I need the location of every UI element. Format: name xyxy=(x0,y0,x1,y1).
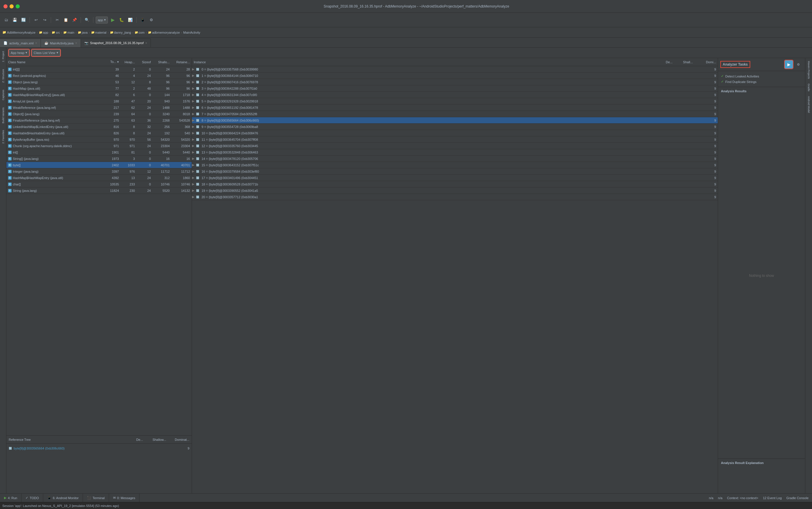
instance-row-2[interactable]: ▶🔢2 = {byte[9]@3003607416 (0xb30769789 xyxy=(192,79,718,85)
bc-item-adbmem[interactable]: adbmemoryanalyze xyxy=(152,31,180,34)
bc-item-main[interactable]: main xyxy=(67,31,74,34)
th-class-name[interactable]: Class Name xyxy=(6,60,103,64)
table-row[interactable]: CString (java.lang)1182423024552014132 xyxy=(6,188,192,194)
action-detect-leaks[interactable]: ✓ Detect Leaked Activities xyxy=(721,73,802,79)
toolbar-btn-cut[interactable]: ✂ xyxy=(53,16,61,24)
th-heap[interactable]: Heap... xyxy=(121,60,137,64)
bc-item-material[interactable]: material xyxy=(95,31,106,34)
table-row[interactable]: CLinkedHashMap$LinkedEntry (java.util)81… xyxy=(6,124,192,130)
status-tab-todo[interactable]: ✓ TODO xyxy=(22,494,43,502)
action-find-duplicates[interactable]: ✓ Find Duplicate Strings xyxy=(721,79,802,84)
analyzer-run-button[interactable]: ▶ xyxy=(785,60,793,68)
table-row[interactable]: CObject (java.lang)531289696 xyxy=(6,79,192,85)
table-row[interactable]: CHashMap$HashMapEntry[] (java.util)82601… xyxy=(6,92,192,98)
rsb-android-model[interactable]: Android Model xyxy=(807,94,811,115)
close-icon3[interactable]: × xyxy=(145,41,147,45)
app-dropdown[interactable]: app ▾ xyxy=(96,16,108,24)
ref-tree-row[interactable]: 🔢 byte[9]@3003565664 (0xb306c660) 9 xyxy=(9,445,189,452)
instance-row-5[interactable]: ▶🔢5 = {byte[9]@3003291928 (0xb30299189 xyxy=(192,98,718,104)
bc-item-src[interactable]: src xyxy=(56,31,60,34)
table-row[interactable]: CString[] (java.lang)1973301616 xyxy=(6,156,192,162)
th-sizeof[interactable]: Sizeof xyxy=(137,60,152,64)
close-btn[interactable] xyxy=(3,4,7,8)
instance-row-8-selected[interactable]: ▶🔢8 = {byte[9]@3003565664 (0xb306c660)9 xyxy=(192,117,718,124)
heap-dropdown[interactable]: App heap ▾ xyxy=(9,49,29,56)
instance-row-6[interactable]: ▶🔢6 = {byte[9]@3003651192 (0xb30814789 xyxy=(192,104,718,111)
instance-row-15[interactable]: ▶🔢15 = {byte[9]@3003643152 (0xb307f51c9 xyxy=(192,162,718,168)
instance-row-3[interactable]: ▶🔢3 = {byte[9]@3003642288 (0xb307f1b09 xyxy=(192,85,718,92)
sidebar-item-structure[interactable]: Z: Structure xyxy=(1,67,5,85)
tab-mainactivity-java[interactable]: ☕ MainActivity.java × xyxy=(41,39,81,47)
toolbar-btn-settings[interactable]: ⚙ xyxy=(148,16,155,24)
table-row[interactable]: CHashMap$HashMapEntry (java.util)4392132… xyxy=(6,175,192,181)
table-row[interactable]: CObject[] (java.lang)23964032408018 xyxy=(6,111,192,117)
analyzer-gear-button[interactable]: ⚙ xyxy=(795,61,802,68)
instance-row-16[interactable]: ▶🔢16 = {byte[9]@3003379584 (0xb303ef809 xyxy=(192,168,718,175)
rsb-gradle[interactable]: Gradle xyxy=(807,82,811,93)
table-row[interactable]: CHashMap (java.util)772489696 xyxy=(6,85,192,92)
toolbar-btn-copy[interactable]: 📋 xyxy=(62,16,70,24)
table-row[interactable]: CByteArrayBuffer (java.nio)9709705654320… xyxy=(6,136,192,143)
instance-row-19[interactable]: ▶🔢19 = {byte[9]@3003390552 (0xb3041a59 xyxy=(192,188,718,194)
instance-row-18[interactable]: ▶🔢18 = {byte[9]@3003609528 (0xb30771b9 xyxy=(192,181,718,188)
th-retained[interactable]: Retaine... xyxy=(172,60,192,64)
toolbar-btn-save[interactable]: 💾 xyxy=(11,16,19,24)
toolbar-btn-paste[interactable]: 📌 xyxy=(71,16,78,24)
table-row[interactable]: Cint[][]39202428 xyxy=(6,66,192,73)
th-total[interactable]: To... ▾ xyxy=(103,60,121,64)
view-dropdown[interactable]: Class List View ▾ xyxy=(32,49,60,56)
bc-item-com[interactable]: com xyxy=(139,31,145,34)
table-row[interactable]: CHashtable$HashtableEntry (java.util)826… xyxy=(6,130,192,136)
bc-item-danny[interactable]: danny_jiang xyxy=(114,31,131,34)
table-row[interactable]: CInteger (java.lang)3397976121171211712 xyxy=(6,168,192,175)
toolbar-btn-sync[interactable]: 🔄 xyxy=(20,16,27,24)
toolbar-btn-project[interactable]: 🗂 xyxy=(2,16,10,24)
bc-item-java[interactable]: java xyxy=(82,31,87,34)
instance-row-13[interactable]: ▶🔢13 = {byte[9]@3003532848 (0xb3064639 xyxy=(192,149,718,156)
toolbar-btn-sdk[interactable]: 📱 xyxy=(139,16,146,24)
status-tab-android-monitor[interactable]: 📱 6: Android Monitor xyxy=(43,494,83,502)
instance-row-0[interactable]: ▶🔢0 = {byte[9]@3003357568 (0xb30399809 xyxy=(192,66,718,73)
table-row[interactable]: CFinalizerReference (java.lang.ref)27563… xyxy=(6,117,192,124)
maximize-btn[interactable] xyxy=(16,4,20,8)
bc-item-adb[interactable]: AdbMemoryAnalyze xyxy=(7,31,35,34)
table-row[interactable]: CRect (android.graphics)464249696 xyxy=(6,73,192,79)
toolbar-debug-btn[interactable]: 🐛 xyxy=(118,16,125,24)
table-row-byte-selected[interactable]: Cbyte[]2402103304070140701 xyxy=(6,162,192,168)
bc-item-app[interactable]: app xyxy=(43,31,48,34)
th-shallow[interactable]: Shallo... xyxy=(152,60,172,64)
sidebar-item-captures[interactable]: Captures xyxy=(1,87,5,103)
table-row[interactable]: CWeakReference (java.lang.ref)2176224148… xyxy=(6,104,192,111)
toolbar-btn-undo[interactable]: ↩ xyxy=(32,16,40,24)
instance-row-7[interactable]: ▶🔢7 = {byte[9]@3003470584 (0xb30552f89 xyxy=(192,111,718,117)
tab-snapshot-hprof[interactable]: 📷 Snapshot_2016.08.09_16.16.35.hprof × xyxy=(81,39,151,47)
toolbar-btn-redo[interactable]: ↪ xyxy=(41,16,48,24)
instance-row-10[interactable]: ▶🔢10 = {byte[9]@3003664224 (0xb3084769 xyxy=(192,130,718,136)
toolbar-profile-btn[interactable]: 📊 xyxy=(126,16,134,24)
status-gradle-console[interactable]: Gradle Console xyxy=(786,496,809,500)
bc-item-main-activity[interactable]: MainActivity xyxy=(183,31,200,34)
instance-row-12[interactable]: ▶🔢12 = {byte[9]@3003335760 (0xb3034459 xyxy=(192,143,718,149)
status-tab-run[interactable]: ▶ 4: Run xyxy=(0,494,22,502)
instance-row-14[interactable]: ▶🔢14 = {byte[9]@3003478120 (0xb3057069 xyxy=(192,156,718,162)
sidebar-item-favorites[interactable]: 2: Favorites xyxy=(1,128,5,146)
instance-row-20[interactable]: ▶🔢20 = {byte[9]@3003357712 (0xb3030a19 xyxy=(192,194,718,200)
status-tab-messages[interactable]: ✉ 0: Messages xyxy=(109,494,140,502)
table-row[interactable]: Cint[]190181054405440 xyxy=(6,149,192,156)
instance-row-17[interactable]: ▶🔢17 = {byte[9]@3003401496 (0xb3044519 xyxy=(192,175,718,181)
rsb-maven[interactable]: Maven Projects xyxy=(807,59,811,81)
instance-row-9[interactable]: ▶🔢9 = {byte[9]@3003554728 (0xb3069ba89 xyxy=(192,124,718,130)
toolbar-run-btn[interactable]: ▶ xyxy=(109,16,117,24)
close-icon2[interactable]: × xyxy=(75,41,77,45)
instance-row-11[interactable]: ▶🔢11 = {byte[9]@3003645704 (0xb307ff089 xyxy=(192,136,718,143)
table-row[interactable]: CChunk (org.apache.harmony.dalvik.ddmc)9… xyxy=(6,143,192,149)
tab-activity-xml[interactable]: 📄 activity_main.xml × xyxy=(0,39,41,47)
instance-row-1[interactable]: ▶🔢1 = {byte[9]@3003664144 (0xb30847109 xyxy=(192,73,718,79)
close-icon[interactable]: × xyxy=(35,41,37,45)
instance-row-4[interactable]: ▶🔢4 = {byte[9]@3003631344 (0xb307c6f09 xyxy=(192,92,718,98)
status-tab-terminal[interactable]: ⬛ Terminal xyxy=(83,494,109,502)
sidebar-item-build[interactable]: Build Variants xyxy=(1,105,5,126)
status-event-log[interactable]: 12 Event Log xyxy=(763,496,782,500)
table-row[interactable]: Cchar[]1053523301074610746 xyxy=(6,181,192,188)
minimize-btn[interactable] xyxy=(9,4,14,8)
